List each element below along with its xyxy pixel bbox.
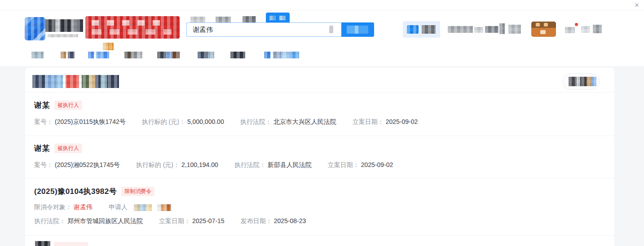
hot-flag-icon <box>103 43 114 50</box>
tab-active-redacted[interactable] <box>88 52 109 58</box>
status-badge: 限制消费令 <box>121 187 154 196</box>
search-input[interactable] <box>186 22 341 37</box>
close-icon[interactable]: × <box>631 0 642 11</box>
header <box>0 10 644 45</box>
page: × <box>0 0 644 246</box>
applicant-redacted-1 <box>134 204 152 211</box>
applicant-redacted-2 <box>157 204 171 211</box>
notification-dot <box>575 23 578 26</box>
field-court: 执行法院：新邵县人民法院 <box>234 161 312 169</box>
site-logo[interactable] <box>25 17 45 40</box>
sort-dropdown[interactable] <box>562 73 600 90</box>
search-tab-active[interactable] <box>266 13 290 23</box>
field-applicant: 申请人 <box>109 203 171 211</box>
nav-item-redacted-3[interactable] <box>485 26 498 33</box>
search-tab-redacted-2[interactable] <box>216 17 231 22</box>
tab-redacted-5[interactable] <box>157 52 180 58</box>
search-button-label-redacted <box>347 26 368 34</box>
tab-redacted-6[interactable] <box>198 52 214 58</box>
restricted-person-link[interactable]: 谢孟伟 <box>74 203 93 211</box>
search-tab-redacted-3[interactable] <box>243 16 256 22</box>
tab-redacted-2[interactable] <box>61 52 75 58</box>
field-filing-date: 立案日期：2025-09-02 <box>353 118 418 126</box>
status-badge-partial <box>54 242 88 246</box>
result-row: 谢某被执行人 案号：(2025)京0115执恢1742号 执行标的 (元)：5,… <box>34 100 418 126</box>
field-target-amount: 执行标的 (元)：5,000,000.00 <box>142 118 224 126</box>
status-badge: 被执行人 <box>54 101 82 110</box>
field-case-number: 案号：(2025)湘0522执1745号 <box>34 161 120 169</box>
field-restricted-person: 限消令对象：谢孟伟 <box>34 203 93 211</box>
nav-item-redacted-5[interactable] <box>508 25 521 34</box>
app-chip-label-redacted <box>422 25 436 34</box>
site-name-redacted <box>45 19 83 32</box>
results-filter-redacted[interactable] <box>32 75 119 88</box>
search-tab-redacted-1[interactable] <box>190 17 205 22</box>
field-case-number: 案号：(2025)京0115执恢1742号 <box>34 118 126 126</box>
divider <box>25 235 614 236</box>
field-court: 执行法院：郑州市管城回族区人民法院 <box>34 217 143 225</box>
app-download-chip[interactable] <box>403 21 440 38</box>
result-row: (2025)豫0104执3982号限制消费令 限消令对象：谢孟伟 申请人 执行法… <box>34 186 306 225</box>
nav-item-redacted-6[interactable] <box>565 27 575 33</box>
tab-redacted-4[interactable] <box>124 52 142 58</box>
promo-banner[interactable] <box>85 16 180 39</box>
field-target-amount: 执行标的 (元)：2,100,194.00 <box>136 161 218 169</box>
nav-item-redacted-4[interactable] <box>499 23 505 34</box>
site-tagline-redacted <box>48 34 78 37</box>
result-title[interactable]: (2025)豫0104执3982号 <box>34 187 117 196</box>
tab-redacted-1[interactable] <box>31 52 44 58</box>
result-title[interactable]: 谢某 <box>34 101 50 110</box>
tab-redacted-8[interactable] <box>264 52 299 58</box>
tab-redacted-7[interactable] <box>230 52 245 58</box>
status-badge: 被执行人 <box>54 144 82 153</box>
field-publish-date: 发布日期：2025-08-23 <box>241 217 306 225</box>
result-title-partial-redacted <box>35 241 50 246</box>
result-row: 谢某被执行人 案号：(2025)湘0522执1745号 执行标的 (元)：2,1… <box>34 143 393 169</box>
result-title[interactable]: 谢某 <box>34 144 50 153</box>
nav-item-redacted-8[interactable] <box>593 25 602 33</box>
input-camera-icon[interactable] <box>329 26 333 33</box>
nav-item-redacted-1[interactable] <box>448 26 473 33</box>
nav-item-redacted-2[interactable] <box>474 27 483 33</box>
divider <box>25 136 614 136</box>
app-chip-icon <box>407 25 419 34</box>
divider <box>25 178 614 179</box>
results-card: 谢某被执行人 案号：(2025)京0115执恢1742号 执行标的 (元)：5,… <box>25 68 614 246</box>
field-court: 执行法院：北京市大兴区人民法院 <box>240 118 336 126</box>
sort-label-redacted <box>569 77 596 86</box>
search-button[interactable] <box>341 22 374 37</box>
vip-badge-icon[interactable] <box>531 22 556 37</box>
field-filing-date: 立案日期：2025-07-15 <box>159 217 225 225</box>
divider <box>25 92 614 92</box>
nav-item-redacted-7[interactable] <box>581 26 590 33</box>
result-type-tabs <box>0 45 644 66</box>
field-filing-date: 立案日期：2025-09-02 <box>328 161 393 169</box>
